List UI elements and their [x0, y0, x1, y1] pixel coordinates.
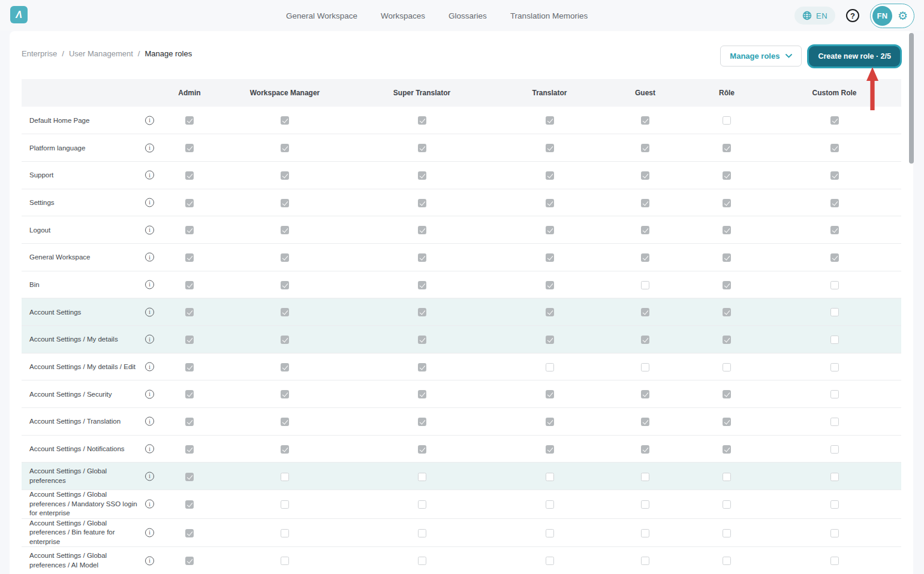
permission-checkbox-checked[interactable]: [281, 445, 289, 454]
manage-roles-dropdown[interactable]: Manage roles: [720, 46, 802, 67]
permission-checkbox-unchecked[interactable]: [830, 473, 839, 481]
permission-checkbox-checked[interactable]: [723, 281, 731, 289]
permission-checkbox-unchecked[interactable]: [641, 529, 649, 537]
permission-checkbox-unchecked[interactable]: [418, 473, 426, 481]
permission-checkbox-unchecked[interactable]: [830, 445, 839, 454]
permission-checkbox-unchecked[interactable]: [723, 473, 731, 481]
permission-checkbox-checked[interactable]: [641, 144, 649, 152]
nav-item-glossaries[interactable]: Glossaries: [449, 11, 487, 20]
permission-checkbox-unchecked[interactable]: [830, 529, 839, 537]
info-icon[interactable]: [145, 389, 154, 398]
permission-checkbox-checked[interactable]: [185, 171, 194, 180]
permission-checkbox-unchecked[interactable]: [546, 557, 554, 565]
vertical-scrollbar-thumb[interactable]: [909, 33, 914, 164]
permission-checkbox-checked[interactable]: [546, 144, 554, 152]
permission-checkbox-checked[interactable]: [185, 308, 194, 316]
permission-checkbox-unchecked[interactable]: [723, 363, 731, 371]
info-icon[interactable]: [145, 556, 154, 565]
permission-checkbox-checked[interactable]: [281, 363, 289, 371]
info-icon[interactable]: [145, 472, 154, 481]
info-icon[interactable]: [145, 143, 154, 152]
permission-checkbox-unchecked[interactable]: [418, 500, 426, 509]
permission-checkbox-checked[interactable]: [641, 116, 649, 125]
create-new-role-button[interactable]: Create new role · 2/5: [809, 46, 900, 67]
permission-checkbox-unchecked[interactable]: [830, 308, 839, 316]
help-icon[interactable]: ?: [846, 9, 859, 22]
permission-checkbox-checked[interactable]: [418, 144, 426, 152]
info-icon[interactable]: [145, 307, 154, 316]
info-icon[interactable]: [145, 198, 154, 207]
permission-checkbox-unchecked[interactable]: [418, 529, 426, 537]
permission-checkbox-unchecked[interactable]: [641, 500, 649, 509]
permission-checkbox-checked[interactable]: [830, 144, 839, 152]
info-icon[interactable]: [145, 116, 154, 125]
permission-checkbox-unchecked[interactable]: [723, 557, 731, 565]
permission-checkbox-unchecked[interactable]: [281, 557, 289, 565]
permission-checkbox-unchecked[interactable]: [723, 500, 731, 509]
permission-checkbox-checked[interactable]: [546, 336, 554, 344]
permission-checkbox-unchecked[interactable]: [830, 363, 839, 371]
permission-checkbox-checked[interactable]: [418, 363, 426, 371]
permission-checkbox-checked[interactable]: [546, 308, 554, 316]
permission-checkbox-checked[interactable]: [281, 116, 289, 125]
permission-checkbox-checked[interactable]: [281, 144, 289, 152]
permission-checkbox-checked[interactable]: [830, 253, 839, 262]
app-logo[interactable]: Λ: [10, 6, 28, 23]
settings-gear-icon[interactable]: ⚙: [898, 10, 908, 22]
permission-checkbox-unchecked[interactable]: [830, 500, 839, 509]
permission-checkbox-checked[interactable]: [281, 171, 289, 180]
permission-checkbox-checked[interactable]: [418, 281, 426, 289]
permission-checkbox-unchecked[interactable]: [281, 473, 289, 481]
permission-checkbox-checked[interactable]: [641, 418, 649, 426]
info-icon[interactable]: [145, 445, 154, 454]
permission-checkbox-checked[interactable]: [546, 253, 554, 262]
permission-checkbox-checked[interactable]: [723, 253, 731, 262]
permission-checkbox-checked[interactable]: [641, 253, 649, 262]
permission-checkbox-checked[interactable]: [185, 473, 194, 481]
permission-checkbox-unchecked[interactable]: [641, 281, 649, 289]
permission-checkbox-checked[interactable]: [185, 390, 194, 398]
permission-checkbox-checked[interactable]: [185, 116, 194, 125]
permission-checkbox-checked[interactable]: [641, 308, 649, 316]
permission-checkbox-checked[interactable]: [723, 171, 731, 180]
permission-checkbox-checked[interactable]: [185, 336, 194, 344]
permission-checkbox-checked[interactable]: [185, 144, 194, 152]
permission-checkbox-checked[interactable]: [723, 418, 731, 426]
permission-checkbox-checked[interactable]: [418, 116, 426, 125]
info-icon[interactable]: [145, 528, 154, 537]
permission-checkbox-checked[interactable]: [185, 418, 194, 426]
permission-checkbox-unchecked[interactable]: [546, 473, 554, 481]
permission-checkbox-unchecked[interactable]: [281, 529, 289, 537]
permission-checkbox-checked[interactable]: [281, 253, 289, 262]
permission-checkbox-checked[interactable]: [418, 253, 426, 262]
permission-checkbox-checked[interactable]: [418, 336, 426, 344]
info-icon[interactable]: [145, 253, 154, 262]
permission-checkbox-unchecked[interactable]: [830, 557, 839, 565]
permission-checkbox-checked[interactable]: [185, 529, 194, 537]
permission-checkbox-checked[interactable]: [281, 199, 289, 207]
permission-checkbox-unchecked[interactable]: [546, 363, 554, 371]
permission-checkbox-checked[interactable]: [185, 226, 194, 234]
permission-checkbox-checked[interactable]: [281, 336, 289, 344]
permission-checkbox-unchecked[interactable]: [418, 557, 426, 565]
permission-checkbox-checked[interactable]: [418, 199, 426, 207]
permission-checkbox-unchecked[interactable]: [546, 500, 554, 509]
permission-checkbox-unchecked[interactable]: [723, 529, 731, 537]
permission-checkbox-checked[interactable]: [723, 445, 731, 454]
permission-checkbox-checked[interactable]: [418, 171, 426, 180]
permission-checkbox-checked[interactable]: [418, 308, 426, 316]
info-icon[interactable]: [145, 171, 154, 180]
permission-checkbox-checked[interactable]: [281, 226, 289, 234]
info-icon[interactable]: [145, 362, 154, 371]
nav-item-workspaces[interactable]: Workspaces: [381, 11, 425, 20]
language-selector[interactable]: EN: [794, 7, 835, 25]
permission-checkbox-unchecked[interactable]: [546, 529, 554, 537]
permission-checkbox-checked[interactable]: [185, 199, 194, 207]
permission-checkbox-unchecked[interactable]: [641, 363, 649, 371]
permission-checkbox-unchecked[interactable]: [830, 336, 839, 344]
permission-checkbox-checked[interactable]: [723, 308, 731, 316]
permission-checkbox-checked[interactable]: [185, 281, 194, 289]
nav-item-general-workspace[interactable]: General Workspace: [286, 11, 357, 20]
avatar[interactable]: FN: [872, 6, 892, 26]
permission-checkbox-checked[interactable]: [641, 336, 649, 344]
